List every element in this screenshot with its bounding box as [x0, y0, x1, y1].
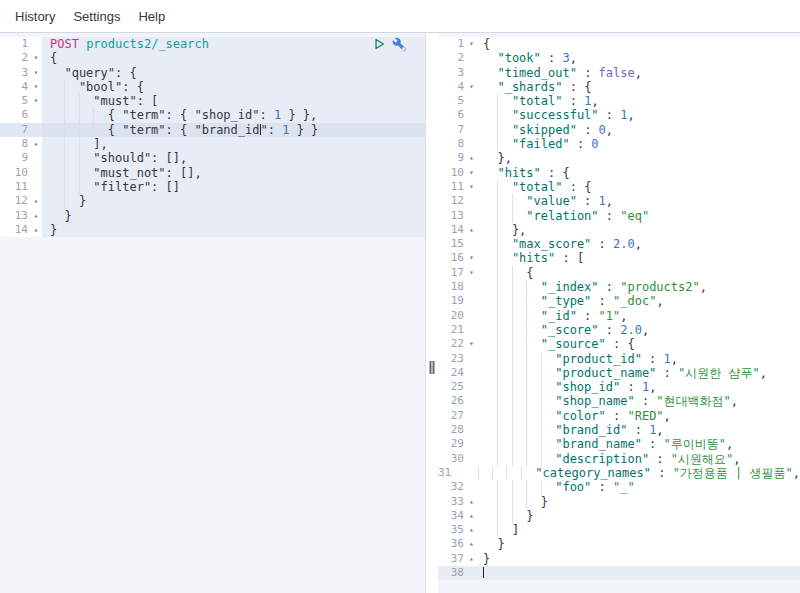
line-content: }	[477, 552, 800, 566]
fold-open-icon[interactable]: ▾	[30, 66, 42, 80]
fold-open-icon[interactable]: ▾	[466, 37, 477, 51]
fold-open-icon[interactable]: ▾	[466, 180, 477, 194]
editor-line[interactable]: 12▴}	[0, 194, 425, 208]
request-editor[interactable]: 1POST products2/_search2▾{3▾"query": {4▾…	[0, 33, 426, 593]
fold-close-icon[interactable]: ▴	[30, 137, 42, 151]
panel-splitter[interactable]	[426, 33, 438, 593]
editor-line[interactable]: 6"successful" : 1,	[438, 108, 800, 122]
editor-line[interactable]: 9▴},	[438, 151, 800, 165]
editor-line[interactable]: 24"product_name" : "시원한 샴푸",	[438, 366, 800, 380]
editor-line[interactable]: 14▴},	[438, 223, 800, 237]
editor-line[interactable]: 21"_score" : 2.0,	[438, 323, 800, 337]
editor-line[interactable]: 3▾"query": {	[0, 66, 425, 80]
fold-gutter	[466, 209, 477, 223]
editor-line[interactable]: 8"failed" : 0	[438, 137, 800, 151]
editor-line[interactable]: 31"category_names" : "가정용품 | 생필품",	[438, 466, 800, 480]
fold-close-icon[interactable]: ▴	[466, 151, 477, 165]
editor-line[interactable]: 25"shop_id" : 1,	[438, 380, 800, 394]
editor-line[interactable]: 10"must_not": [],	[0, 166, 425, 180]
menu-help[interactable]: Help	[129, 9, 174, 24]
fold-close-icon[interactable]: ▴	[466, 223, 477, 237]
editor-line[interactable]: 30"description" : "시원해요",	[438, 452, 800, 466]
indent-guide	[483, 51, 497, 65]
editor-line[interactable]: 5"total" : 1,	[438, 94, 800, 108]
indent-guide	[526, 480, 540, 494]
editor-line[interactable]: 2▾{	[0, 51, 425, 65]
editor-line[interactable]: 26"shop_name" : "현대백화점",	[438, 394, 800, 408]
editor-line[interactable]: 38	[438, 566, 800, 580]
editor-line[interactable]: 37▴}	[438, 552, 800, 566]
fold-open-icon[interactable]: ▾	[30, 51, 42, 65]
editor-line[interactable]: 16▾"hits" : [	[438, 251, 800, 265]
menu-settings[interactable]: Settings	[64, 9, 129, 24]
editor-line[interactable]: 3"timed_out" : false,	[438, 66, 800, 80]
fold-close-icon[interactable]: ▴	[30, 223, 42, 237]
send-request-play-icon[interactable]	[372, 37, 386, 51]
line-content: "successful" : 1,	[477, 108, 800, 122]
editor-line[interactable]: 13▴}	[0, 209, 425, 223]
indent-guide	[50, 151, 64, 165]
editor-line[interactable]: 7"skipped" : 0,	[438, 123, 800, 137]
editor-line[interactable]: 4▾"bool": {	[0, 80, 425, 94]
editor-line[interactable]: 35▴]	[438, 523, 800, 537]
token-k: "bool"	[79, 80, 122, 94]
indent-guide	[497, 123, 511, 137]
editor-line[interactable]: 10▾"hits" : {	[438, 166, 800, 180]
editor-line[interactable]: 1▾{	[438, 37, 800, 51]
fold-close-icon[interactable]: ▴	[466, 495, 477, 509]
splitter-grip-icon[interactable]	[430, 361, 435, 374]
editor-line[interactable]: 29"brand_name" : "루이비똥",	[438, 437, 800, 451]
fold-open-icon[interactable]: ▾	[466, 80, 477, 94]
fold-gutter	[466, 309, 477, 323]
editor-line[interactable]: 27"color" : "RED",	[438, 409, 800, 423]
editor-line[interactable]: 15"max_score" : 2.0,	[438, 237, 800, 251]
editor-line[interactable]: 32"foo" : "_"	[438, 480, 800, 494]
editor-line[interactable]: 7{ "term": { "brand_id": 1 } }	[0, 123, 425, 137]
editor-line[interactable]: 11"filter": []	[0, 180, 425, 194]
fold-open-icon[interactable]: ▾	[466, 251, 477, 265]
editor-line[interactable]: 23"product_id" : 1,	[438, 352, 800, 366]
editor-line[interactable]: 34▴}	[438, 509, 800, 523]
fold-close-icon[interactable]: ▴	[466, 552, 477, 566]
indent-guide	[512, 495, 526, 509]
editor-line[interactable]: 22▾"_source" : {	[438, 337, 800, 351]
token-p: :	[627, 423, 649, 437]
editor-line[interactable]: 28"brand_id" : 1,	[438, 423, 800, 437]
editor-line[interactable]: 13"relation" : "eq"	[438, 209, 800, 223]
fold-gutter	[466, 294, 477, 308]
token-p: ,	[606, 123, 613, 137]
editor-line[interactable]: 2"took" : 3,	[438, 51, 800, 65]
editor-line[interactable]: 6{ "term": { "shop_id": 1 } },	[0, 108, 425, 122]
fold-close-icon[interactable]: ▴	[30, 209, 42, 223]
fold-open-icon[interactable]: ▾	[466, 166, 477, 180]
fold-open-icon[interactable]: ▾	[466, 337, 477, 351]
response-viewer[interactable]: 1▾{2"took" : 3,3"timed_out" : false,4▾"_…	[438, 33, 800, 593]
fold-close-icon[interactable]: ▴	[30, 194, 42, 208]
indent-guide	[93, 108, 107, 122]
editor-line[interactable]: 5▾"must": [	[0, 94, 425, 108]
editor-line[interactable]: 19"_type" : "_doc",	[438, 294, 800, 308]
editor-line[interactable]: 8▴],	[0, 137, 425, 151]
editor-line[interactable]: 36▴}	[438, 537, 800, 551]
fold-close-icon[interactable]: ▴	[466, 537, 477, 551]
fold-open-icon[interactable]: ▾	[30, 94, 42, 108]
editor-line[interactable]: 11▾"total" : {	[438, 180, 800, 194]
indent-guide	[497, 423, 511, 437]
editor-line[interactable]: 9"should": [],	[0, 151, 425, 165]
menu-history[interactable]: History	[6, 9, 64, 24]
editor-line[interactable]: 12"value" : 1,	[438, 194, 800, 208]
token-p: :	[656, 366, 678, 380]
fold-close-icon[interactable]: ▴	[466, 523, 477, 537]
fold-open-icon[interactable]: ▾	[466, 266, 477, 280]
wrench-icon[interactable]	[392, 37, 407, 52]
line-number: 17	[438, 266, 466, 280]
editor-line[interactable]: 18"_index" : "products2",	[438, 280, 800, 294]
editor-line[interactable]: 1POST products2/_search	[0, 37, 425, 51]
editor-line[interactable]: 33▴}	[438, 495, 800, 509]
fold-open-icon[interactable]: ▾	[30, 80, 42, 94]
editor-line[interactable]: 14▴}	[0, 223, 425, 237]
fold-close-icon[interactable]: ▴	[466, 509, 477, 523]
editor-line[interactable]: 17▾{	[438, 266, 800, 280]
editor-line[interactable]: 20"_id" : "1",	[438, 309, 800, 323]
editor-line[interactable]: 4▾"_shards" : {	[438, 80, 800, 94]
